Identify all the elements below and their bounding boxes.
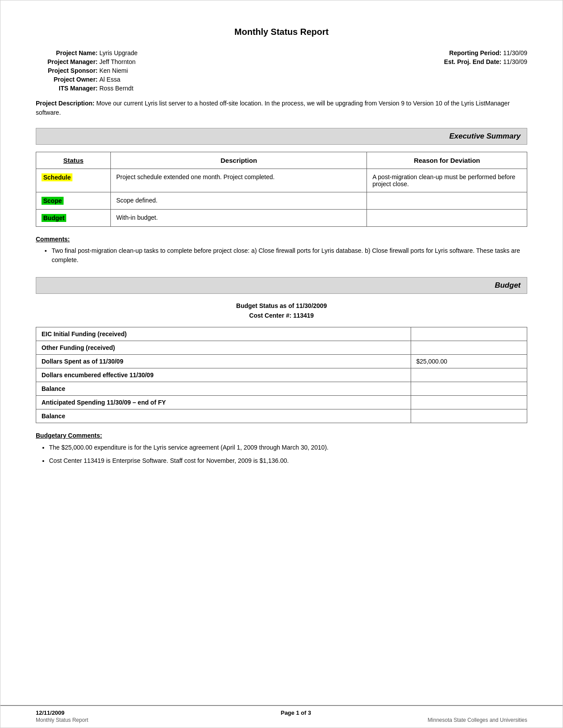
- page-title: Monthly Status Report: [36, 27, 527, 37]
- description-cell-scope: Scope defined.: [111, 192, 367, 210]
- budget-label-balance2: Balance: [36, 409, 411, 423]
- budget-value-eic: [411, 327, 527, 341]
- budget-section-header: Budget: [36, 277, 527, 294]
- table-row: Budget With-in budget.: [36, 210, 527, 227]
- status-cell-schedule: Schedule: [36, 169, 111, 192]
- budget-value-other-funding: [411, 341, 527, 354]
- table-row: Scope Scope defined.: [36, 192, 527, 210]
- list-item: The $25,000.00 expenditure is for the Ly…: [49, 443, 527, 452]
- budget-status-header: Budget Status as of 11/30/2009 Cost Cent…: [36, 301, 527, 321]
- table-row: Anticipated Spending 11/30/09 – end of F…: [36, 395, 527, 409]
- reason-cell-budget: [367, 210, 527, 227]
- table-row: Balance: [36, 382, 527, 395]
- meta-value-project-owner: Al Essa: [99, 76, 120, 83]
- table-row: Other Funding (received): [36, 341, 527, 354]
- col-header-reason: Reason for Deviation: [367, 152, 527, 169]
- project-description: Project Description: Move our current Ly…: [36, 99, 527, 117]
- budget-label-other-funding: Other Funding (received): [36, 341, 411, 354]
- footer-date: 12/11/2009: [36, 709, 64, 716]
- meta-label-end-date: Est. Proj. End Date:: [431, 58, 502, 65]
- page-footer: 12/11/2009 Page 1 of 3 Monthly Status Re…: [0, 705, 563, 728]
- meta-label-project-manager: Project Manager:: [36, 58, 98, 65]
- comments-section: Comments: Two final post-migration clean…: [36, 236, 527, 265]
- status-cell-budget: Budget: [36, 210, 111, 227]
- budget-label-eic: EIC Initial Funding (received): [36, 327, 411, 341]
- exec-summary-table: Status Description Reason for Deviation …: [36, 152, 527, 227]
- table-row: Dollars Spent as of 11/30/09 $25,000.00: [36, 354, 527, 368]
- meta-row-project-name: Project Name: Lyris Upgrade: [36, 49, 138, 56]
- description-cell-budget: With-in budget.: [111, 210, 367, 227]
- meta-value-project-sponsor: Ken Niemi: [99, 67, 128, 74]
- meta-value-project-name: Lyris Upgrade: [99, 49, 138, 56]
- meta-row-project-sponsor: Project Sponsor: Ken Niemi: [36, 67, 138, 74]
- list-item: Two final post-migration clean-up tasks …: [45, 246, 527, 265]
- table-row: EIC Initial Funding (received): [36, 327, 527, 341]
- meta-row-its-manager: ITS Manager: Ross Berndt: [36, 85, 138, 92]
- meta-row-project-owner: Project Owner: Al Essa: [36, 76, 138, 83]
- meta-value-project-manager: Jeff Thornton: [99, 58, 136, 65]
- budget-status-line1: Budget Status as of 11/30/2009: [36, 301, 527, 311]
- footer-subtitle-row: Monthly Status Report Minnesota State Co…: [36, 717, 527, 723]
- budget-value-balance2: [411, 409, 527, 423]
- meta-value-its-manager: Ross Berndt: [99, 85, 133, 92]
- col-header-status: Status: [36, 152, 111, 169]
- budget-label-balance1: Balance: [36, 382, 411, 395]
- table-row: Schedule Project schedule extended one m…: [36, 169, 527, 192]
- list-item: Cost Center 113419 is Enterprise Softwar…: [49, 456, 527, 465]
- comments-label: Comments:: [36, 236, 527, 243]
- meta-label-project-name: Project Name:: [36, 49, 98, 56]
- table-row: Dollars encumbered effective 11/30/09: [36, 368, 527, 382]
- exec-summary-header: Executive Summary: [36, 128, 527, 145]
- meta-row-reporting-period: Reporting Period: 11/30/09: [431, 49, 528, 56]
- description-cell-schedule: Project schedule extended one month. Pro…: [111, 169, 367, 192]
- comments-list: Two final post-migration clean-up tasks …: [36, 246, 527, 265]
- meta-label-reporting-period: Reporting Period:: [431, 49, 502, 56]
- status-cell-scope: Scope: [36, 192, 111, 210]
- meta-left: Project Name: Lyris Upgrade Project Mana…: [36, 49, 138, 92]
- meta-right: Reporting Period: 11/30/09 Est. Proj. En…: [431, 49, 528, 92]
- footer-institution: Minnesota State Colleges and Universitie…: [428, 717, 527, 723]
- meta-row-project-manager: Project Manager: Jeff Thornton: [36, 58, 138, 65]
- page: Monthly Status Report Project Name: Lyri…: [0, 0, 563, 728]
- meta-value-end-date: 11/30/09: [503, 58, 528, 65]
- meta-value-reporting-period: 11/30/09: [503, 49, 528, 56]
- table-row: Balance: [36, 409, 527, 423]
- budget-value-dollars-spent: $25,000.00: [411, 354, 527, 368]
- meta-row-end-date: Est. Proj. End Date: 11/30/09: [431, 58, 528, 65]
- budget-section-title: Budget: [495, 281, 521, 289]
- budget-value-anticipated: [411, 395, 527, 409]
- status-badge-schedule: Schedule: [42, 173, 72, 181]
- exec-summary-title: Executive Summary: [449, 132, 521, 140]
- meta-label-project-owner: Project Owner:: [36, 76, 98, 83]
- footer-page: Page 1 of 3: [281, 709, 311, 716]
- col-header-description: Description: [111, 152, 367, 169]
- budget-table: EIC Initial Funding (received) Other Fun…: [36, 327, 527, 423]
- budget-status-line2: Cost Center #: 113419: [36, 311, 527, 320]
- budget-value-encumbered: [411, 368, 527, 382]
- budget-label-anticipated: Anticipated Spending 11/30/09 – end of F…: [36, 395, 411, 409]
- meta-section: Project Name: Lyris Upgrade Project Mana…: [36, 49, 527, 92]
- reason-cell-schedule: A post-migration clean-up must be perfor…: [367, 169, 527, 192]
- budget-value-balance1: [411, 382, 527, 395]
- footer-top-row: 12/11/2009 Page 1 of 3: [36, 709, 527, 716]
- meta-label-project-sponsor: Project Sponsor:: [36, 67, 98, 74]
- budgetary-list: The $25,000.00 expenditure is for the Ly…: [36, 443, 527, 466]
- meta-label-its-manager: ITS Manager:: [36, 85, 98, 92]
- budgetary-comments-label: Budgetary Comments:: [36, 432, 527, 439]
- budget-label-dollars-spent: Dollars Spent as of 11/30/09: [36, 354, 411, 368]
- budgetary-comments-section: Budgetary Comments: The $25,000.00 expen…: [36, 432, 527, 466]
- status-badge-scope: Scope: [42, 197, 64, 205]
- reason-cell-scope: [367, 192, 527, 210]
- footer-report-name: Monthly Status Report: [36, 717, 88, 723]
- budget-label-encumbered: Dollars encumbered effective 11/30/09: [36, 368, 411, 382]
- description-text: Move our current Lyris list server to a …: [36, 100, 510, 116]
- status-badge-budget: Budget: [42, 214, 66, 222]
- description-label: Project Description:: [36, 100, 94, 107]
